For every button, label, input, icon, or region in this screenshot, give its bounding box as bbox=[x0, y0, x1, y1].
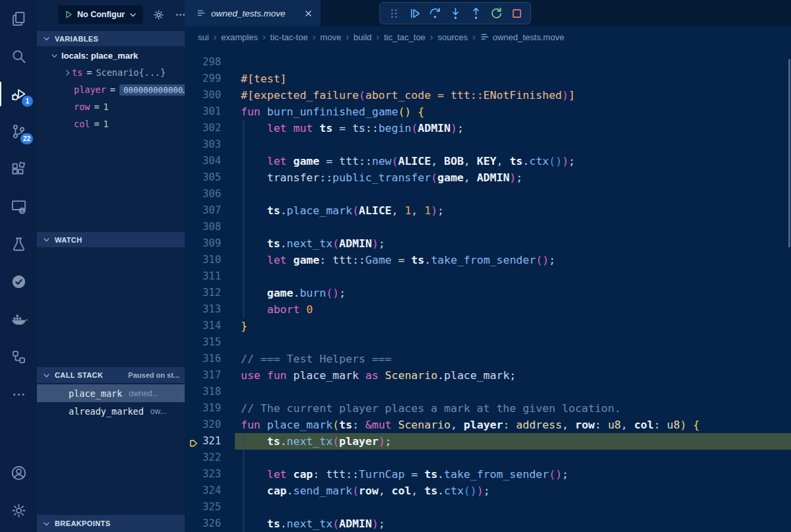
variable-row-player[interactable]: player=000000000000… bbox=[37, 81, 185, 98]
activity-item-account[interactable] bbox=[0, 454, 37, 492]
line-number[interactable]: 312 bbox=[185, 285, 221, 301]
line-number[interactable]: 299 bbox=[185, 71, 221, 87]
code-line-317[interactable]: 317use fun place_mark as Scenario.place_… bbox=[185, 367, 791, 384]
line-number[interactable]: 325 bbox=[185, 499, 221, 516]
breadcrumb-item-owned_tests.move[interactable]: owned_tests.move bbox=[480, 32, 564, 42]
line-number[interactable]: 323 bbox=[185, 466, 221, 483]
activity-item-hierarchy[interactable] bbox=[0, 338, 37, 376]
call-stack-frame-place_mark[interactable]: place_markowned... bbox=[37, 384, 185, 402]
line-number[interactable]: 319 bbox=[185, 400, 221, 417]
variable-row-row[interactable]: row=1 bbox=[37, 98, 185, 115]
breadcrumb-item-examples[interactable]: examples bbox=[221, 32, 258, 42]
code-line-325[interactable]: 325 bbox=[185, 499, 791, 516]
code-line-303[interactable]: 303 bbox=[185, 136, 791, 153]
code-line-314[interactable]: 314} bbox=[185, 318, 791, 334]
activity-item-search[interactable] bbox=[0, 38, 37, 75]
activity-item-testing[interactable] bbox=[0, 225, 37, 263]
code-line-324[interactable]: 324 cap.send_mark(row, col, ts.ctx()); bbox=[185, 483, 791, 499]
line-number[interactable]: 303 bbox=[185, 136, 221, 153]
code-line-300[interactable]: 300#[expected_failure(abort_code = ttt::… bbox=[185, 87, 791, 103]
activity-item-extensions[interactable] bbox=[0, 150, 37, 188]
line-number[interactable]: 308 bbox=[185, 219, 221, 235]
code-line-308[interactable]: 308 bbox=[185, 219, 791, 235]
breadcrumb-item-sui[interactable]: sui bbox=[198, 32, 209, 42]
line-number[interactable]: 302 bbox=[185, 120, 221, 136]
call-stack-frame-already_marked[interactable]: already_markedow... bbox=[37, 402, 185, 420]
line-number[interactable]: 298 bbox=[185, 54, 221, 71]
code-line-313[interactable]: 313 abort 0 bbox=[185, 301, 791, 318]
code-line-304[interactable]: 304 let game = ttt::new(ALICE, BOB, KEY,… bbox=[185, 153, 791, 169]
line-number[interactable]: 305 bbox=[185, 169, 221, 186]
line-number[interactable]: 317 bbox=[185, 367, 221, 384]
code-line-326[interactable]: 326 ts.next_tx(ADMIN); bbox=[185, 516, 791, 532]
code-line-322[interactable]: 322 bbox=[185, 450, 791, 466]
line-number[interactable]: 320 bbox=[185, 417, 221, 433]
restart-button[interactable] bbox=[488, 5, 504, 21]
activity-item-run-debug[interactable]: 1 bbox=[0, 75, 37, 113]
variables-scope-row[interactable]: locals: place_mark bbox=[37, 47, 185, 64]
line-number[interactable]: 314 bbox=[185, 318, 221, 334]
breadcrumb-item-build[interactable]: build bbox=[354, 32, 371, 42]
code-line-319[interactable]: 319// The current player places a mark a… bbox=[185, 400, 791, 417]
code-line-316[interactable]: 316// === Test Helpers === bbox=[185, 351, 791, 367]
activity-item-more[interactable] bbox=[0, 376, 37, 413]
line-number[interactable]: 309 bbox=[185, 235, 221, 252]
debug-settings-button[interactable] bbox=[152, 9, 165, 21]
line-number[interactable]: 311 bbox=[185, 268, 221, 285]
line-number[interactable]: 318 bbox=[185, 384, 221, 400]
code-line-298[interactable]: 298 bbox=[185, 54, 791, 71]
line-number[interactable]: 300 bbox=[185, 87, 221, 103]
breadcrumb-item-move[interactable]: move bbox=[320, 32, 341, 42]
code-line-311[interactable]: 311 bbox=[185, 268, 791, 285]
code-line-305[interactable]: 305 transfer::public_transfer(game, ADMI… bbox=[185, 169, 791, 186]
close-icon[interactable] bbox=[304, 9, 313, 18]
line-number[interactable]: 326 bbox=[185, 516, 221, 532]
step-over-button[interactable] bbox=[427, 5, 443, 21]
line-number[interactable]: 324 bbox=[185, 483, 221, 499]
watch-section-header[interactable]: WATCH bbox=[37, 232, 185, 247]
code-line-321[interactable]: 321 ts.next_tx(player); bbox=[185, 433, 791, 450]
call-stack-section-header[interactable]: CALL STACK Paused on st... bbox=[37, 367, 185, 383]
debug-config-dropdown[interactable]: No Configur bbox=[58, 5, 143, 24]
continue-button[interactable] bbox=[406, 5, 422, 21]
tab-owned-tests-move[interactable]: owned_tests.move bbox=[185, 0, 321, 26]
code-line-309[interactable]: 309 ts.next_tx(ADMIN); bbox=[185, 235, 791, 252]
line-number[interactable]: 315 bbox=[185, 334, 221, 351]
activity-item-docker[interactable] bbox=[0, 301, 37, 338]
editor-scrollbar[interactable] bbox=[788, 59, 790, 247]
line-number[interactable]: 301 bbox=[185, 103, 221, 120]
variables-section-header[interactable]: VARIABLES bbox=[37, 31, 185, 46]
activity-item-check-circle[interactable] bbox=[0, 263, 37, 301]
code-line-312[interactable]: 312 game.burn(); bbox=[185, 285, 791, 301]
activity-item-remote-explorer[interactable] bbox=[0, 188, 37, 225]
line-number[interactable]: 306 bbox=[185, 186, 221, 202]
breadcrumb-item-sources[interactable]: sources bbox=[438, 32, 468, 42]
activity-item-source-control[interactable]: 22 bbox=[0, 113, 37, 150]
code-line-320[interactable]: 320fun place_mark(ts: &mut Scenario, pla… bbox=[185, 417, 791, 433]
line-number[interactable]: 316 bbox=[185, 351, 221, 367]
code-line-299[interactable]: 299#[test] bbox=[185, 71, 791, 87]
stop-button[interactable] bbox=[509, 5, 524, 21]
code-line-318[interactable]: 318 bbox=[185, 384, 791, 400]
code-line-310[interactable]: 310 let game: ttt::Game = ts.take_from_s… bbox=[185, 252, 791, 268]
line-number[interactable]: 322 bbox=[185, 450, 221, 466]
line-number[interactable]: 304 bbox=[185, 153, 221, 169]
line-number[interactable]: 313 bbox=[185, 301, 221, 318]
code-line-301[interactable]: 301fun burn_unfinished_game() { bbox=[185, 103, 791, 120]
line-number[interactable]: 307 bbox=[185, 202, 221, 219]
activity-item-files[interactable] bbox=[0, 0, 37, 38]
start-debug-icon[interactable] bbox=[64, 10, 73, 19]
breadcrumb-item-tic_tac_toe[interactable]: tic_tac_toe bbox=[384, 32, 426, 42]
code-line-306[interactable]: 306 bbox=[185, 186, 791, 202]
variable-row-ts[interactable]: ts=Scenario{...} bbox=[37, 64, 185, 81]
step-out-button[interactable] bbox=[468, 5, 484, 21]
line-number[interactable]: 310 bbox=[185, 252, 221, 268]
code-line-315[interactable]: 315 bbox=[185, 334, 791, 351]
drag-handle-button[interactable] bbox=[386, 5, 402, 21]
code-line-302[interactable]: 302 let mut ts = ts::begin(ADMIN); bbox=[185, 120, 791, 136]
variable-row-col[interactable]: col=1 bbox=[37, 115, 185, 133]
activity-item-settings[interactable] bbox=[0, 492, 37, 529]
code-line-307[interactable]: 307 ts.place_mark(ALICE, 1, 1); bbox=[185, 202, 791, 219]
breadcrumb-item-tic-tac-toe[interactable]: tic-tac-toe bbox=[270, 32, 308, 42]
breakpoints-section-header[interactable]: BREAKPOINTS bbox=[37, 515, 185, 532]
